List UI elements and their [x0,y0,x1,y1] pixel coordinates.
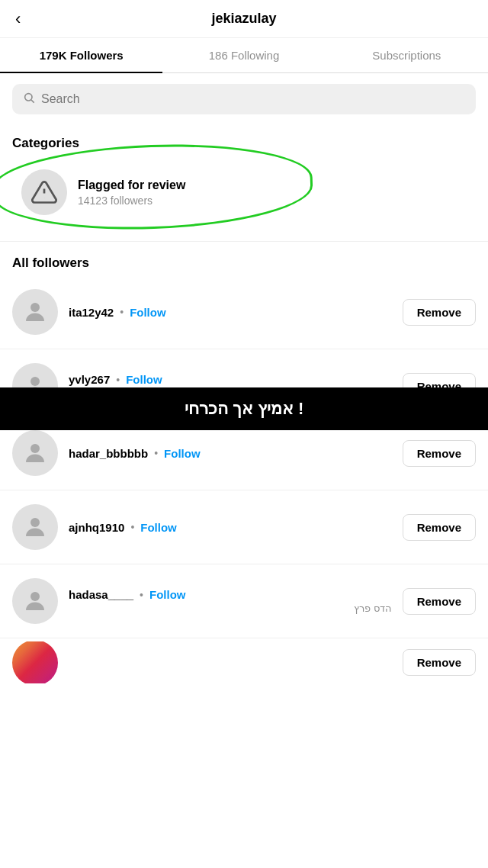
remove-button[interactable]: Remove [403,649,476,676]
banner-overlay: ! אמיץ אך הכרחי [0,387,488,430]
category-count: 14123 followers [78,194,185,207]
divider [0,349,488,349]
svg-point-5 [30,377,40,386]
banner-text: ! אמיץ אך הכרחי [185,399,304,419]
follower-info: ita12y42 • Follow [69,306,392,319]
svg-line-1 [31,100,34,103]
follow-button[interactable]: Follow [164,447,201,460]
header: ‹ jekiazulay [0,0,488,38]
follow-button[interactable]: Follow [140,521,177,534]
search-input[interactable] [41,92,465,106]
back-button[interactable]: ‹ [15,9,21,29]
follower-row-wrapper: yvly267 • Follow יולי Remove ! אמיץ אך ה… [0,352,488,420]
category-avatar [21,169,67,215]
follow-button[interactable]: Follow [130,306,166,319]
follower-name-row: yvly267 • Follow [69,373,392,386]
svg-point-8 [30,592,40,601]
remove-button[interactable]: Remove [403,588,476,615]
avatar [12,430,58,476]
follower-row: ita12y42 • Follow Remove [0,278,488,346]
follower-username: hadasa____ [69,588,133,601]
follower-username: ajnhq1910 [69,521,124,534]
dot-separator: • [116,374,120,386]
follower-info: hadar_bbbbbb • Follow [69,447,392,460]
tab-followers[interactable]: 179K Followers [0,38,162,72]
remove-button[interactable]: Remove [403,514,476,541]
svg-point-7 [30,518,40,527]
avatar [12,641,58,683]
follower-info: ​ [69,656,392,669]
follower-info: hadasa____ • Follow הדס פרץ [69,588,392,614]
tab-subscriptions[interactable]: Subscriptions [326,38,488,72]
divider [0,564,488,564]
follower-name-row: ita12y42 • Follow [69,306,392,319]
avatar [12,504,58,550]
follower-subtitle: הדס פרץ [69,603,392,614]
all-followers-title: All followers [0,245,488,278]
category-name: Flagged for review [78,178,185,192]
divider [0,241,488,242]
follower-name-row: hadar_bbbbbb • Follow [69,447,392,460]
svg-point-6 [30,444,40,453]
dot-separator: • [140,589,143,601]
follow-button[interactable]: Follow [126,373,162,386]
follower-info: ajnhq1910 • Follow [69,521,392,534]
follower-row-partial: ​ Remove [0,641,488,683]
dot-separator: • [120,306,124,318]
divider [0,490,488,490]
follower-name-row: ajnhq1910 • Follow [69,521,392,534]
follower-username: hadar_bbbbbb [69,447,148,460]
category-wrapper: Flagged for review 14123 followers [0,159,488,238]
dot-separator: • [130,521,134,533]
page-title: jekiazulay [211,11,276,27]
category-item-flagged[interactable]: Flagged for review 14123 followers [12,159,476,226]
follower-row: hadasa____ • Follow הדס פרץ Remove [0,567,488,635]
svg-point-0 [25,94,32,101]
tabs-bar: 179K Followers 186 Following Subscriptio… [0,38,488,73]
follow-button[interactable]: Follow [149,588,186,601]
followers-section: All followers ita12y42 • Follow Remove [0,245,488,683]
category-info: Flagged for review 14123 followers [78,178,185,207]
remove-button[interactable]: Remove [403,440,476,467]
follower-username: yvly267 [69,373,110,386]
svg-point-4 [30,303,40,312]
follower-username: ita12y42 [69,306,114,319]
follower-name-row: hadasa____ • Follow [69,588,392,601]
search-icon [23,92,35,107]
divider [0,638,488,638]
follower-name-row: ​ [69,656,392,669]
remove-button[interactable]: Remove [403,299,476,326]
avatar [12,578,58,624]
follower-row: ajnhq1910 • Follow Remove [0,493,488,561]
tab-following[interactable]: 186 Following [162,38,325,72]
search-box [12,84,476,114]
categories-title: Categories [0,125,488,159]
dot-separator: • [154,447,158,459]
search-container [0,73,488,125]
avatar [12,289,58,335]
